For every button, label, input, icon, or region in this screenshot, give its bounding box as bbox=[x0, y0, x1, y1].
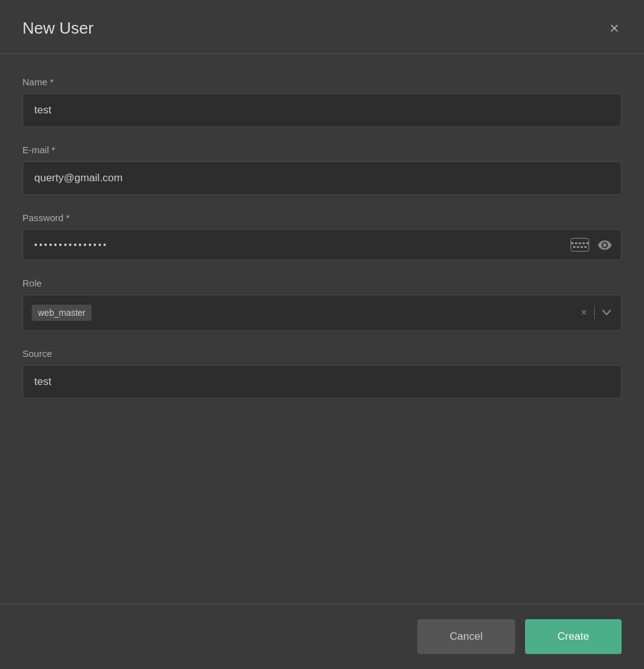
chevron-down-icon bbox=[602, 310, 611, 316]
modal-body: Name * E-mail * Password * bbox=[0, 54, 644, 604]
password-group: Password * bbox=[22, 212, 622, 260]
eye-icon bbox=[598, 240, 612, 250]
role-select[interactable]: web_master × bbox=[22, 295, 622, 331]
password-wrapper bbox=[22, 229, 622, 260]
divider bbox=[594, 306, 595, 319]
role-dropdown-button[interactable] bbox=[601, 306, 612, 319]
role-label: Role bbox=[22, 278, 622, 288]
role-tag: web_master bbox=[32, 305, 92, 321]
password-input[interactable] bbox=[22, 229, 622, 260]
email-input[interactable] bbox=[22, 161, 622, 195]
source-group: Source bbox=[22, 348, 622, 399]
cancel-button[interactable]: Cancel bbox=[417, 619, 515, 654]
name-input[interactable] bbox=[22, 93, 622, 127]
create-button[interactable]: Create bbox=[525, 619, 622, 654]
password-label: Password * bbox=[22, 212, 622, 223]
email-label: E-mail * bbox=[22, 145, 622, 155]
source-input[interactable] bbox=[22, 365, 622, 399]
keyboard-icon bbox=[571, 238, 589, 252]
email-group: E-mail * bbox=[22, 145, 622, 195]
password-icons bbox=[569, 237, 613, 253]
close-button[interactable]: × bbox=[605, 17, 624, 39]
name-group: Name * bbox=[22, 77, 622, 127]
source-label: Source bbox=[22, 348, 622, 359]
keyboard-toggle-button[interactable] bbox=[569, 237, 590, 253]
modal-title: New User bbox=[22, 19, 93, 38]
name-label: Name * bbox=[22, 77, 622, 87]
modal-footer: Cancel Create bbox=[0, 604, 644, 669]
role-clear-button[interactable]: × bbox=[580, 306, 588, 320]
password-visibility-button[interactable] bbox=[597, 239, 613, 251]
role-group: Role web_master × bbox=[22, 278, 622, 331]
new-user-modal: New User × Name * E-mail * Password * bbox=[0, 0, 644, 669]
modal-header: New User × bbox=[0, 0, 644, 54]
role-tags: web_master bbox=[32, 305, 580, 321]
role-select-controls: × bbox=[580, 306, 612, 320]
